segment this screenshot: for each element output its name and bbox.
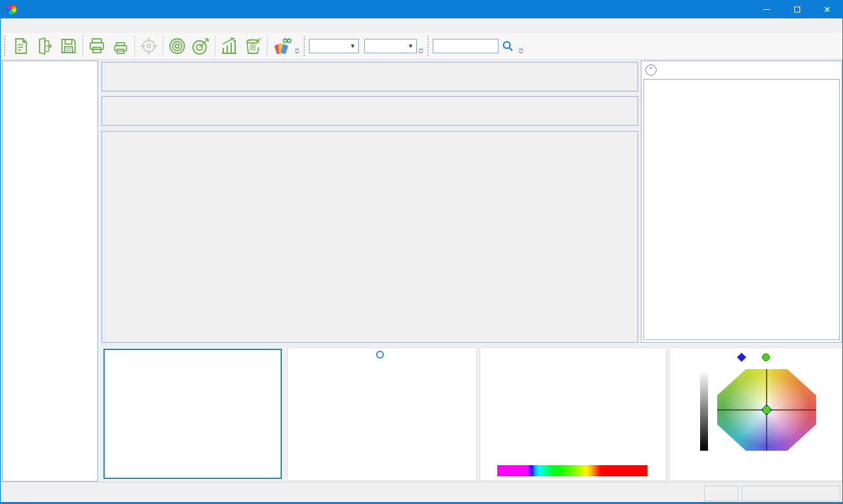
- print-word-icon: [112, 41, 129, 55]
- save-button[interactable]: [57, 34, 80, 58]
- auto-status-cell[interactable]: [704, 486, 738, 501]
- delta-ab-scatter: [105, 350, 230, 476]
- reflectance-chart-panel[interactable]: [479, 347, 666, 481]
- toolbar-separator: [215, 36, 215, 57]
- reflectance-chart: [480, 348, 665, 464]
- toolbar-grip[interactable]: [427, 36, 430, 56]
- illuminant-combo[interactable]: ▼: [364, 39, 417, 53]
- delta-e-line-chart: [288, 359, 475, 474]
- minimize-button[interactable]: [751, 0, 782, 18]
- search-input[interactable]: [433, 39, 499, 53]
- status-bar: [1, 482, 842, 504]
- toolbar-overflow-chevron[interactable]: [517, 36, 524, 56]
- color-wheel-panel[interactable]: [669, 347, 842, 481]
- collapse-chevron-icon[interactable]: ⌃: [645, 64, 657, 76]
- color-difference-panel: ⌃: [641, 61, 842, 343]
- crosshair-target-icon: [139, 36, 159, 56]
- spectrum-color-bar: [497, 465, 647, 476]
- toolbar-grip[interactable]: [4, 36, 7, 56]
- menu-bar: [1, 18, 842, 33]
- search-icon: [502, 40, 514, 52]
- chevron-down-icon: ▼: [408, 43, 414, 49]
- toolbar: ▼ ▼: [1, 33, 842, 60]
- lightness-gradient-bar: [700, 370, 708, 451]
- app-window: ✕: [0, 0, 843, 504]
- bar-chart-icon: [219, 36, 239, 56]
- print-button[interactable]: [85, 34, 109, 58]
- tolerance-panel: [101, 62, 638, 91]
- scatter-chart-panel[interactable]: [103, 349, 282, 479]
- app-logo-icon: [7, 5, 16, 14]
- sample-legend-marker: [762, 353, 770, 361]
- toolbar-separator: [82, 36, 83, 57]
- ab-color-wheel: [717, 369, 816, 451]
- trash-button[interactable]: [241, 34, 265, 58]
- cie-lab-box: [643, 79, 840, 340]
- dartboard-icon: [191, 36, 211, 56]
- delta-l-strip: [230, 350, 279, 476]
- empty-status-cell: [742, 486, 840, 501]
- measure-mode-combo[interactable]: ▼: [309, 39, 359, 53]
- chevron-down-icon: ▼: [350, 43, 356, 49]
- maximize-button[interactable]: [782, 0, 812, 18]
- close-button[interactable]: ✕: [812, 0, 842, 18]
- calibrate-circles-icon: [167, 36, 187, 56]
- toolbar-separator: [134, 36, 135, 57]
- color-card-search-button[interactable]: [269, 34, 293, 58]
- delta-e-chart-panel[interactable]: [287, 347, 477, 481]
- samples-panel: [101, 131, 638, 343]
- calibrate-circles-button[interactable]: [165, 34, 189, 58]
- toolbar-separator: [267, 36, 267, 57]
- toolbar-grip[interactable]: [304, 36, 306, 56]
- toolbar-overflow-chevron[interactable]: [417, 36, 424, 56]
- standard-panel: [101, 96, 638, 126]
- trash-icon: [243, 36, 263, 56]
- crosshair-target-button[interactable]: [137, 34, 161, 58]
- minimize-icon: [763, 9, 770, 10]
- delta-e-legend-marker: [376, 351, 384, 359]
- wheel-axes-overlay: [717, 369, 816, 451]
- search-button[interactable]: [499, 34, 517, 58]
- new-document-button[interactable]: [9, 34, 33, 58]
- dartboard-button[interactable]: [189, 34, 213, 58]
- color-card-search-icon: [271, 36, 292, 56]
- toolbar-overflow-chevron[interactable]: [293, 36, 300, 56]
- print-icon: [88, 37, 106, 55]
- maximize-icon: [794, 7, 800, 13]
- export-icon: [36, 37, 54, 55]
- title-bar: ✕: [1, 0, 842, 18]
- toolbar-separator: [163, 36, 163, 57]
- print-word-button[interactable]: [109, 34, 132, 58]
- export-button[interactable]: [33, 34, 57, 58]
- new-document-icon: [12, 37, 30, 55]
- save-icon: [59, 37, 78, 55]
- standard-legend-marker: [736, 353, 746, 362]
- sample-point-marker: [763, 406, 771, 414]
- sample-tree-panel: [2, 61, 98, 482]
- bar-chart-button[interactable]: [217, 34, 241, 58]
